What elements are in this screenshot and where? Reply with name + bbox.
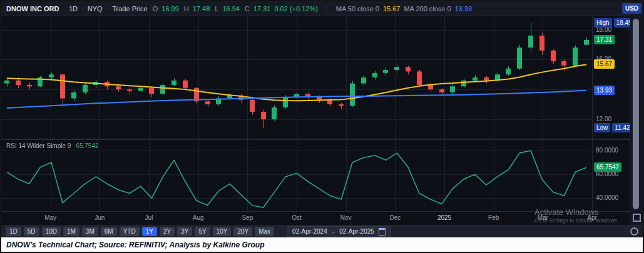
last-price-badge: 17.31 <box>594 35 615 44</box>
currency-button[interactable]: USD <box>622 3 641 14</box>
symbol-name[interactable]: DNOW INC ORD <box>6 5 59 12</box>
time-axis-label: May <box>44 214 56 221</box>
axis-badge-row: 17.31 <box>594 35 615 44</box>
rsi-chart[interactable] <box>1 140 592 211</box>
open-label: O <box>153 5 158 12</box>
open-value: 16.99 <box>161 5 179 12</box>
range-button-ytd[interactable]: YTD <box>120 227 140 236</box>
ma50-legend-label[interactable]: MA 50 close 0 <box>336 5 379 12</box>
ma200-price-badge: 13.93 <box>594 86 615 95</box>
rsi-legend-value: 65.7542 <box>76 142 98 149</box>
time-axis-label: Feb <box>488 214 499 221</box>
high-label: H <box>184 5 189 12</box>
high-value: 17.48 <box>193 5 210 12</box>
axis-badge-row: 65.7542 <box>594 162 621 172</box>
price-tick: 12.00 <box>596 116 611 122</box>
range-button-max[interactable]: Max <box>255 227 274 236</box>
range-button-6m[interactable]: 6M <box>101 227 117 236</box>
date-range-end[interactable]: 02-Apr-2025 <box>339 228 374 235</box>
range-buttons-group: 1D5D10D1M3M6MYTD1Y2Y3Y5Y10Y20YMax <box>6 227 274 236</box>
time-axis-label: Nov <box>340 214 352 221</box>
range-button-10y[interactable]: 10Y <box>213 227 232 236</box>
gear-icon[interactable] <box>630 227 638 236</box>
range-button-1m[interactable]: 1M <box>63 227 79 236</box>
candlestick-chart[interactable] <box>1 16 592 139</box>
exchange-label: NYQ <box>88 5 103 12</box>
time-axis-label: Mar <box>538 214 548 221</box>
axis-badge-row: Low11.42 <box>594 123 633 132</box>
interval-label[interactable]: 1D <box>69 5 78 12</box>
separator-dot: · <box>63 5 65 12</box>
low-label: L <box>215 5 218 12</box>
calendar-icon[interactable] <box>379 228 386 236</box>
price-chart-panel[interactable] <box>1 16 592 139</box>
range-button-2y[interactable]: 2Y <box>160 227 175 236</box>
rsi-legend[interactable]: RSI 14 Wilder Simple 9 65.7542 <box>6 142 99 149</box>
close-label: C <box>245 5 250 12</box>
change-value: 0.02 (+0.12%) <box>274 5 317 12</box>
range-button-5y[interactable]: 5Y <box>195 227 210 236</box>
close-value: 17.31 <box>253 5 271 12</box>
expand-icon[interactable] <box>633 214 641 222</box>
rsi-legend-label: RSI 14 Wilder Simple 9 <box>6 142 71 149</box>
date-range-start[interactable]: 02-Apr-2024 <box>292 228 327 235</box>
range-button-3y[interactable]: 3Y <box>177 227 192 236</box>
high-tag: High <box>594 18 612 27</box>
caption-bar: DNOW’s Technical Chart; Source: REFINITI… <box>1 237 643 252</box>
rsi-tick: 40.0000 <box>596 194 618 201</box>
time-axis-label: Sep <box>242 214 253 221</box>
axis-badge-row: 15.67 <box>594 59 615 69</box>
ma200-legend-value: 13.93 <box>455 5 473 12</box>
rsi-tick: 80.0000 <box>596 147 618 154</box>
chart-application: DNOW INC ORD · 1D · NYQ · Trade Price O … <box>1 1 643 237</box>
rsi-axis[interactable]: 80.000060.000040.000065.7542 <box>592 140 630 211</box>
chart-screenshot: DNOW INC ORD · 1D · NYQ · Trade Price O … <box>0 0 644 253</box>
ma50-price-badge: 15.67 <box>594 59 615 69</box>
separator-dot: · <box>106 5 109 12</box>
time-axis-label: Jun <box>95 214 105 221</box>
time-axis-label: Dec <box>389 214 401 221</box>
price-axis[interactable]: 18.0016.0012.00High18.4517.3115.6713.93L… <box>592 16 630 139</box>
caption-text: DNOW’s Technical Chart; Source: REFINITI… <box>6 241 265 249</box>
ma200-legend-label[interactable]: MA 200 close 0 <box>404 5 451 12</box>
date-range-separator: – <box>332 228 335 235</box>
time-axis-label: Apr <box>587 214 597 221</box>
time-axis-label: Jul <box>145 214 153 221</box>
range-button-20y[interactable]: 20Y <box>233 227 252 236</box>
range-button-3m[interactable]: 3M <box>82 227 98 236</box>
scrollbar-thumb[interactable] <box>633 19 639 209</box>
range-button-10d[interactable]: 10D <box>42 227 61 236</box>
time-axis-label: Oct <box>292 214 302 221</box>
header-divider <box>327 5 327 12</box>
axis-badge-row: 13.93 <box>594 86 615 95</box>
axis-badge-row: High18.45 <box>594 18 635 27</box>
range-button-1y[interactable]: 1Y <box>142 227 157 236</box>
series-type-label: Trade Price <box>112 5 147 12</box>
chart-header: DNOW INC ORD · 1D · NYQ · Trade Price O … <box>1 1 643 16</box>
ma50-legend-value: 15.67 <box>383 5 401 12</box>
range-button-1d[interactable]: 1D <box>6 227 21 236</box>
time-axis-label: 2025 <box>437 214 451 221</box>
date-range-picker[interactable]: 02-Apr-2024 – 02-Apr-2025 <box>287 226 391 237</box>
separator-dot: · <box>81 5 84 12</box>
rsi-panel[interactable]: RSI 14 Wilder Simple 9 65.7542 <box>1 140 592 211</box>
range-button-5d[interactable]: 5D <box>24 227 39 236</box>
low-value: 16.94 <box>222 5 240 12</box>
time-axis[interactable]: MayJunJulAugSepOctNovDec2025FebMarApr <box>1 211 630 225</box>
range-toolbar: 1D5D10D1M3M6MYTD1Y2Y3Y5Y10Y20YMax 02-Apr… <box>1 225 643 237</box>
low-tag: Low <box>594 123 610 132</box>
time-axis-label: Aug <box>193 214 204 221</box>
rsi-value-badge: 65.7542 <box>594 162 621 172</box>
